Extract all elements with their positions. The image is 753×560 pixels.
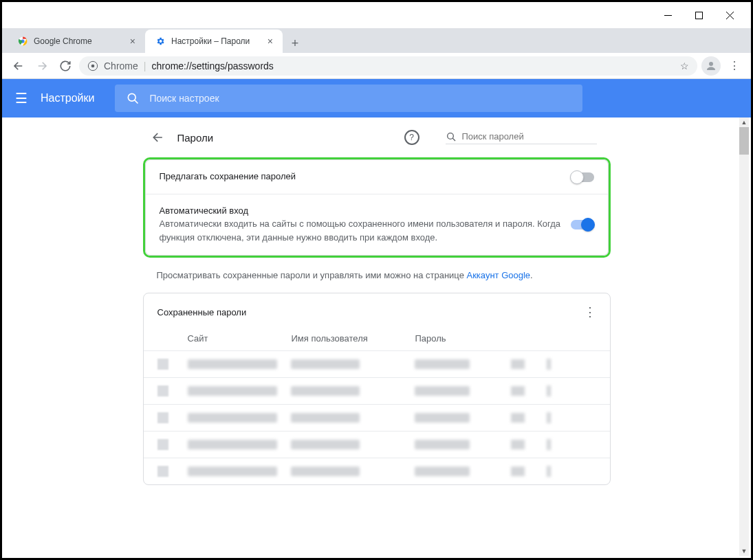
table-header: Сайт Имя пользователя Пароль — [144, 326, 610, 350]
search-icon — [446, 131, 457, 142]
reveal-password-icon[interactable] — [511, 413, 525, 423]
back-arrow-icon[interactable] — [151, 131, 165, 144]
tab-strip: Google Chrome × Настройки – Пароли × + — [2, 28, 751, 53]
browser-tab-active[interactable]: Настройки – Пароли × — [145, 30, 283, 53]
tab-title: Google Chrome — [34, 36, 92, 46]
svg-point-9 — [129, 93, 136, 101]
site-favicon — [157, 359, 168, 370]
kebab-menu-icon[interactable] — [547, 412, 551, 423]
password-search-input[interactable] — [462, 131, 597, 142]
site-name — [188, 386, 277, 396]
profile-avatar[interactable] — [701, 56, 721, 76]
site-favicon — [157, 439, 168, 450]
site-favicon — [157, 466, 168, 477]
help-icon[interactable]: ? — [404, 130, 419, 145]
svg-line-12 — [452, 138, 455, 141]
scroll-thumb[interactable] — [739, 127, 749, 155]
saved-passwords-box: Сохраненные пароли ⋮ Сайт Имя пользовате… — [143, 293, 611, 485]
saved-passwords-title: Сохраненные пароли — [157, 307, 247, 317]
back-button[interactable] — [9, 56, 28, 76]
address-bar[interactable]: Chrome | chrome://settings/passwords ☆ — [79, 56, 697, 76]
hamburger-menu-icon[interactable]: ☰ — [2, 90, 41, 107]
svg-rect-0 — [664, 15, 672, 16]
password-row[interactable] — [144, 458, 610, 484]
auto-signin-desc: Автоматически входить на сайты с помощью… — [160, 217, 571, 244]
chrome-icon — [17, 36, 28, 47]
settings-title: Настройки — [41, 92, 94, 104]
scroll-up-icon[interactable]: ▲ — [739, 117, 749, 127]
password-row[interactable] — [144, 350, 610, 377]
site-name — [188, 467, 277, 476]
svg-point-7 — [91, 64, 95, 67]
username — [291, 440, 360, 449]
password-row[interactable] — [144, 377, 610, 404]
browser-tab[interactable]: Google Chrome × — [8, 30, 145, 53]
reveal-password-icon[interactable] — [511, 467, 525, 476]
page-title: Пароли — [177, 132, 214, 144]
scroll-down-icon[interactable]: ▼ — [739, 546, 749, 556]
col-pass: Пароль — [415, 333, 525, 344]
auto-signin-toggle[interactable] — [571, 220, 594, 229]
browser-toolbar: Chrome | chrome://settings/passwords ☆ ⋮ — [2, 53, 751, 79]
minimize-button[interactable] — [653, 5, 684, 25]
site-favicon — [157, 412, 168, 423]
reveal-password-icon[interactable] — [511, 359, 525, 369]
passwords-card: Пароли ? Предлагать сохранение паролей А… — [143, 124, 611, 558]
kebab-menu-icon[interactable] — [547, 359, 551, 370]
url-text: chrome://settings/passwords — [151, 60, 273, 71]
settings-header: ☰ Настройки — [2, 79, 751, 117]
settings-search-input[interactable] — [149, 93, 571, 104]
site-name — [188, 359, 277, 369]
google-account-link[interactable]: Аккаунт Google — [467, 270, 531, 280]
kebab-menu-icon[interactable]: ⋮ — [584, 304, 596, 320]
new-tab-button[interactable]: + — [285, 34, 305, 53]
kebab-menu-icon[interactable] — [547, 385, 551, 396]
settings-search[interactable] — [115, 85, 582, 112]
kebab-menu-icon[interactable] — [547, 466, 551, 477]
site-name — [188, 440, 277, 449]
chrome-icon — [87, 60, 98, 71]
kebab-menu-icon[interactable] — [547, 439, 551, 450]
auto-signin-title: Автоматический вход — [160, 205, 571, 216]
close-icon[interactable]: × — [268, 36, 273, 47]
site-favicon — [157, 385, 168, 396]
username — [291, 359, 360, 369]
password-mask — [415, 386, 470, 396]
window-titlebar — [2, 2, 751, 28]
offer-save-toggle[interactable] — [571, 172, 594, 182]
content-area: Пароли ? Предлагать сохранение паролей А… — [2, 117, 751, 558]
password-mask — [415, 467, 470, 476]
password-mask — [415, 440, 470, 449]
password-search[interactable] — [446, 131, 597, 144]
url-origin: Chrome — [104, 60, 138, 71]
auto-signin-row: Автоматический вход Автоматически входит… — [146, 194, 608, 255]
reveal-password-icon[interactable] — [511, 440, 525, 449]
reload-button[interactable] — [56, 56, 75, 76]
info-text: Просматривать сохраненные пароли и управ… — [143, 258, 611, 293]
maximize-button[interactable] — [684, 5, 714, 25]
gear-icon — [155, 36, 166, 47]
svg-point-11 — [447, 133, 453, 139]
col-site: Сайт — [157, 333, 292, 344]
password-mask — [415, 413, 470, 423]
highlighted-settings: Предлагать сохранение паролей Автоматиче… — [143, 157, 611, 258]
svg-line-10 — [135, 100, 138, 104]
offer-save-title: Предлагать сохранение паролей — [160, 171, 571, 181]
password-row[interactable] — [144, 404, 610, 431]
col-user: Имя пользователя — [292, 333, 415, 344]
site-name — [188, 413, 277, 423]
bookmark-star-icon[interactable]: ☆ — [680, 60, 689, 71]
username — [291, 467, 360, 476]
tab-title: Настройки – Пароли — [171, 36, 250, 46]
scrollbar[interactable]: ▲ ▼ — [739, 117, 749, 556]
forward-button[interactable] — [32, 56, 52, 76]
card-header: Пароли ? — [143, 124, 611, 157]
close-icon[interactable]: × — [130, 36, 135, 47]
search-icon — [126, 91, 140, 105]
password-row[interactable] — [144, 431, 610, 458]
kebab-menu-icon[interactable]: ⋮ — [725, 59, 744, 72]
close-button[interactable] — [714, 5, 745, 25]
svg-rect-1 — [696, 12, 703, 19]
password-mask — [415, 359, 470, 369]
reveal-password-icon[interactable] — [511, 386, 525, 396]
